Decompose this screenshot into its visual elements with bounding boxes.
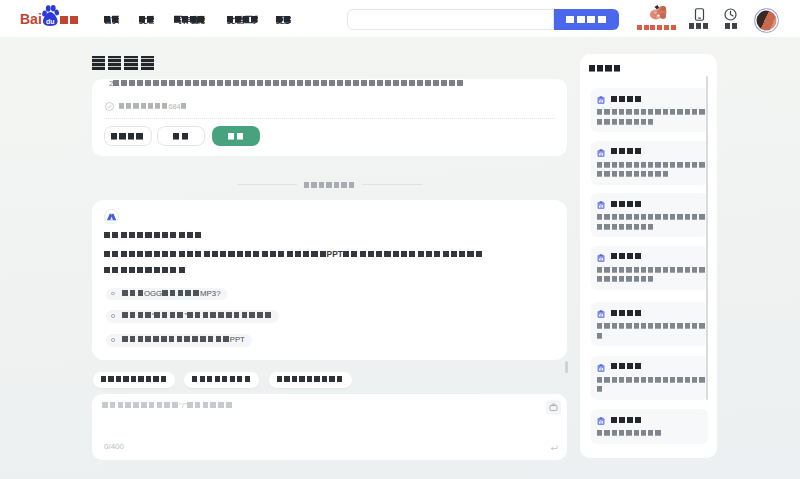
svg-text:du: du [46, 18, 55, 25]
